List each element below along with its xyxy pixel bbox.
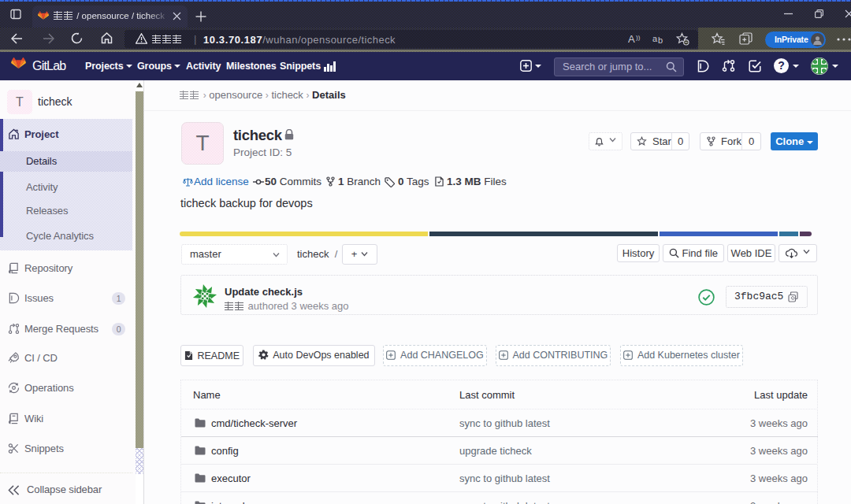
svg-text:)): )) — [636, 34, 641, 41]
svg-text:a: a — [652, 34, 658, 43]
svg-text:b: b — [658, 35, 663, 44]
svg-text:A: A — [628, 33, 635, 44]
